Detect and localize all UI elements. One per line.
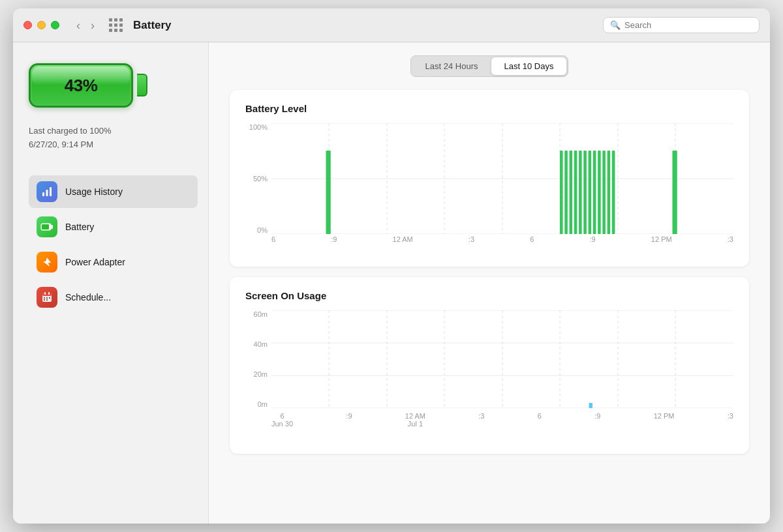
sidebar-item-power-adapter[interactable]: Power Adapter [29,246,198,278]
battery-body: 43% [29,63,133,108]
svg-rect-39 [673,151,677,234]
sidebar-nav: Usage History Battery [29,175,198,314]
battery-level-chart-area: 100% 50% 0% 6 :9 12 AM :3 6 :9 12 PM :3 [245,123,733,254]
tab-last-24-hours[interactable]: Last 24 Hours [412,57,491,75]
battery-percent: 43% [65,76,98,96]
svg-rect-34 [593,151,596,234]
maximize-button[interactable] [51,21,59,29]
svg-rect-51 [589,403,592,408]
x-label-9b: :9 [590,235,596,243]
tab-selector: Last 24 Hours Last 10 Days [230,55,749,77]
svg-rect-0 [42,192,44,196]
svg-rect-8 [42,293,52,296]
last-charged-date: 6/27/20, 9:14 PM [29,138,111,152]
svg-rect-30 [574,151,577,234]
x-col-6a: 6 Jun 30 [271,412,293,441]
close-button[interactable] [23,21,32,29]
last-charged-label: Last charged to 100% [29,125,111,138]
window-title: Battery [133,19,595,32]
x-label-12am: 12 AM [393,235,413,243]
x-label-3b: :3 [728,235,733,243]
x-col-6b: 6 [538,412,542,441]
battery-level-y-axis: 100% 50% 0% [245,123,270,234]
x-col-3b: :3 [728,412,733,441]
svg-rect-36 [602,151,606,234]
x-label-12pm: 12 PM [651,235,672,243]
x-label-9a: :9 [331,235,337,243]
battery-icon: 43% [29,58,146,113]
sidebar-label-usage-history: Usage History [65,186,123,197]
sidebar-item-battery[interactable]: Battery [29,211,198,243]
svg-rect-2 [50,187,52,196]
forward-button[interactable]: › [87,18,99,33]
battery-info: Last charged to 100% 6/27/20, 9:14 PM [29,125,111,152]
svg-rect-1 [46,190,48,196]
svg-rect-31 [579,151,582,234]
svg-rect-37 [607,151,611,234]
y-label-40m: 40m [254,340,268,348]
svg-rect-33 [589,151,592,234]
y-label-50: 50% [253,175,268,183]
titlebar: ‹ › Battery 🔍 [13,8,770,42]
svg-rect-32 [583,151,587,234]
svg-rect-15 [46,299,48,301]
battery-level-chart-card: Battery Level [230,90,749,267]
usage-history-icon [37,181,57,202]
y-label-60m: 60m [254,310,268,318]
screen-on-x-axis: 6 Jun 30 :9 12 AM Jul 1 :3 [271,412,733,441]
svg-rect-4 [51,225,53,229]
tab-group: Last 24 Hours Last 10 Days [410,55,569,77]
x-col-12am: 12 AM Jul 1 [405,412,425,441]
battery-level-x-axis: 6 :9 12 AM :3 6 :9 12 PM :3 [271,235,733,254]
apps-grid-icon[interactable] [109,18,123,32]
x-col-3a: :3 [478,412,484,441]
svg-rect-29 [570,151,573,234]
traffic-lights [23,21,59,29]
screen-on-svg [271,310,733,408]
search-input[interactable] [624,20,752,30]
screen-on-chart-card: Screen On Usage [230,277,749,454]
x-col-9a: :9 [346,412,352,441]
sidebar-item-schedule[interactable]: Schedule... [29,281,198,314]
screen-on-chart-title: Screen On Usage [245,290,733,301]
svg-rect-35 [598,151,601,234]
battery-widget: 43% Last charged to 100% 6/27/20, 9:14 P… [29,58,198,152]
y-label-0: 0% [257,226,268,234]
battery-level-chart-title: Battery Level [245,103,733,114]
main-window: ‹ › Battery 🔍 43% [13,8,770,524]
screen-on-chart-area: 60m 40m 20m 0m 6 Jun 30 :9 [245,310,733,441]
back-button[interactable]: ‹ [72,18,84,33]
x-label-3a: :3 [468,235,474,243]
svg-rect-14 [44,299,45,301]
x-label-6a: 6 [271,235,275,243]
y-label-20m: 20m [254,370,268,378]
minimize-button[interactable] [37,21,46,29]
sidebar-item-usage-history[interactable]: Usage History [29,175,198,208]
svg-rect-5 [42,224,49,229]
battery-nav-icon [37,216,57,237]
svg-rect-27 [560,151,563,234]
svg-rect-38 [612,151,615,234]
battery-tip [137,74,147,96]
svg-rect-9 [44,292,46,295]
tab-last-10-days[interactable]: Last 10 Days [491,57,567,75]
right-panel: Last 24 Hours Last 10 Days Battery Level [209,42,770,524]
svg-marker-6 [43,258,51,267]
schedule-icon [37,287,57,308]
svg-rect-28 [564,151,568,234]
y-label-0m: 0m [258,400,268,408]
search-box[interactable]: 🔍 [603,17,760,33]
main-content: 43% Last charged to 100% 6/27/20, 9:14 P… [13,42,770,524]
screen-on-y-axis: 60m 40m 20m 0m [245,310,270,408]
svg-rect-11 [44,297,45,299]
battery-level-svg [271,123,733,234]
svg-rect-26 [326,151,331,234]
svg-rect-13 [49,297,50,299]
sidebar-label-schedule: Schedule... [65,292,111,303]
nav-buttons: ‹ › [72,18,99,33]
y-label-100: 100% [249,123,268,131]
sidebar: 43% Last charged to 100% 6/27/20, 9:14 P… [13,42,209,524]
svg-rect-12 [46,297,48,299]
x-col-9b: :9 [594,412,600,441]
x-col-12pm: 12 PM [654,412,675,441]
